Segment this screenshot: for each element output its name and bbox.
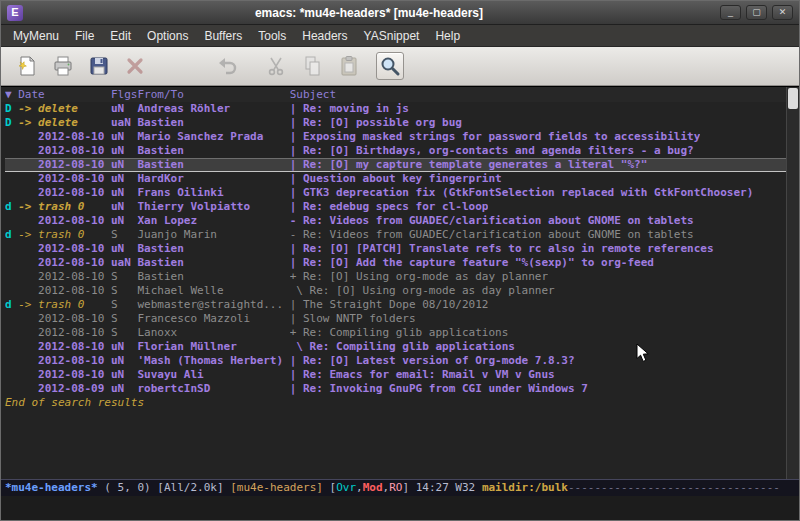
- message-flags: uN: [111, 130, 137, 144]
- message-subject: | Re: Invoking GnuPG from CGI under Wind…: [290, 382, 588, 396]
- menu-item-buffers[interactable]: Buffers: [196, 25, 250, 47]
- message-subject: | Re: [O] Latest version of Org-mode 7.8…: [290, 354, 575, 368]
- maximize-button[interactable]: ▢: [746, 5, 767, 20]
- mark-char: d: [5, 298, 18, 312]
- mark-char: D: [5, 116, 18, 130]
- new-file-icon[interactable]: [13, 52, 41, 80]
- column-header-subject[interactable]: Subject: [290, 87, 336, 102]
- message-from: Florian Müllner: [137, 340, 289, 354]
- column-header-date[interactable]: ▼ Date: [5, 87, 111, 102]
- column-header-flags[interactable]: Flgs: [111, 87, 137, 102]
- message-flags: S: [111, 284, 137, 298]
- menu-bar: MyMenuFileEditOptionsBuffersToolsHeaders…: [1, 25, 799, 47]
- message-row[interactable]: 2012-08-10SFrancesco Mazzoli| Slow NNTP …: [5, 312, 799, 326]
- message-list: D-> deleteuNAndreas Röhler| Re: moving i…: [1, 102, 799, 396]
- message-from: Xan Lopez: [137, 214, 289, 228]
- message-row[interactable]: 2012-08-10uNBastien| Re: [O] [PATCH] Tra…: [5, 242, 799, 256]
- message-flags: uN: [111, 186, 137, 200]
- message-date: 2012-08-10: [18, 158, 111, 172]
- emacs-icon: E: [7, 5, 23, 21]
- message-row[interactable]: 2012-08-10uNHardKor| Question about key …: [5, 172, 799, 186]
- menu-item-help[interactable]: Help: [427, 25, 468, 47]
- save-icon[interactable]: [85, 52, 113, 80]
- message-row[interactable]: 2012-08-10uNBastien| Re: [O] my capture …: [5, 158, 799, 172]
- message-subject: \ Re: Compiling glib applications: [290, 340, 515, 354]
- message-subject: | Re: moving in js: [290, 102, 409, 116]
- emacs-window: E emacs: *mu4e-headers* [mu4e-headers] _…: [0, 0, 800, 521]
- message-subject: | GTK3 deprecation fix (GtkFontSelection…: [290, 186, 754, 200]
- message-row[interactable]: 2012-08-10uNFrans Oilinki| GTK3 deprecat…: [5, 186, 799, 200]
- message-row[interactable]: 2012-08-10uNBastien| Re: [O] Birthdays, …: [5, 144, 799, 158]
- message-row[interactable]: 2012-08-10SLanoxx+ Re: Compiling glib ap…: [5, 326, 799, 340]
- scrollbar-thumb[interactable]: [788, 88, 798, 109]
- mark-action: -> trash 0: [18, 228, 111, 242]
- message-from: Frans Oilinki: [137, 186, 289, 200]
- message-row[interactable]: D-> deleteuNAndreas Röhler| Re: moving i…: [5, 102, 799, 116]
- mark-char: d: [5, 200, 18, 214]
- minibuffer[interactable]: [1, 496, 799, 520]
- message-row[interactable]: 2012-08-10uNXan Lopez- Re: Videos from G…: [5, 214, 799, 228]
- menu-item-tools[interactable]: Tools: [250, 25, 294, 47]
- message-flags: uN: [111, 144, 137, 158]
- window-title: emacs: *mu4e-headers* [mu4e-headers]: [23, 6, 715, 20]
- message-flags: uN: [111, 172, 137, 186]
- modeline-modified-flag: Mod: [363, 481, 383, 494]
- modeline-maildir: maildir:/bulk: [482, 481, 568, 494]
- message-date: 2012-08-10: [18, 340, 111, 354]
- message-date: 2012-08-10: [18, 270, 111, 284]
- undo-icon[interactable]: [213, 52, 241, 80]
- column-header-from[interactable]: From/To: [137, 87, 289, 102]
- mouse-cursor: [636, 343, 650, 363]
- message-subject: | Re: [O] possible org bug: [290, 116, 462, 130]
- message-row[interactable]: 2012-08-10uN'Mash (Thomas Herbert)| Re: …: [5, 354, 799, 368]
- close-buffer-icon[interactable]: [121, 52, 149, 80]
- message-from: Bastien: [137, 144, 289, 158]
- mark-action: -> trash 0: [18, 200, 111, 214]
- message-subject: | The Straight Dope 08/10/2012: [290, 298, 489, 312]
- message-flags: uN: [111, 340, 137, 354]
- message-from: Michael Welle: [137, 284, 289, 298]
- message-row[interactable]: 2012-08-10SBastien+ Re: [O] Using org-mo…: [5, 270, 799, 284]
- menu-item-options[interactable]: Options: [139, 25, 196, 47]
- modeline-buffer-name: *mu4e-headers*: [5, 481, 98, 494]
- message-subject: | Re: Emacs for email: Rmail v VM v Gnus: [290, 368, 555, 382]
- search-icon[interactable]: [376, 52, 404, 80]
- close-button[interactable]: ✕: [772, 5, 793, 20]
- menu-item-headers[interactable]: Headers: [294, 25, 355, 47]
- message-row[interactable]: 2012-08-09uNrobertcInSD| Re: Invoking Gn…: [5, 382, 799, 396]
- message-from: Bastien: [137, 116, 289, 130]
- menu-item-edit[interactable]: Edit: [102, 25, 139, 47]
- scrollbar[interactable]: [786, 87, 799, 479]
- message-subject: | Question about key fingerprint: [290, 172, 502, 186]
- menu-item-file[interactable]: File: [67, 25, 102, 47]
- message-row[interactable]: 2012-08-10SMichael Welle \ Re: [O] Using…: [5, 284, 799, 298]
- message-row[interactable]: 2012-08-10uNFlorian Müllner \ Re: Compil…: [5, 340, 799, 354]
- message-subject: | Re: [O] Birthdays, org-contacts and ag…: [290, 144, 694, 158]
- message-row[interactable]: d-> trash 0uNThierry Volpiatto| Re: edeb…: [5, 200, 799, 214]
- modeline-comma: ,: [356, 481, 363, 494]
- menu-item-mymenu[interactable]: MyMenu: [5, 25, 67, 47]
- print-icon[interactable]: [49, 52, 77, 80]
- message-row[interactable]: 2012-08-10uNSuvayu Ali| Re: Emacs for em…: [5, 368, 799, 382]
- message-row[interactable]: D-> deleteuaNBastien| Re: [O] possible o…: [5, 116, 799, 130]
- message-subject: - Re: Videos from GUADEC/clarification a…: [290, 214, 694, 228]
- menu-item-yasnippet[interactable]: YASnippet: [356, 25, 428, 47]
- message-row[interactable]: d-> trash 0Swebmaster@straightd...| The …: [5, 298, 799, 312]
- message-from: Bastien: [137, 256, 289, 270]
- message-flags: uN: [111, 242, 137, 256]
- mode-line[interactable]: *mu4e-headers* ( 5, 0) [All/2.0k] [mu4e-…: [1, 479, 799, 496]
- message-row[interactable]: 2012-08-10uaNBastien| Re: [O] Add the ca…: [5, 256, 799, 270]
- title-bar[interactable]: E emacs: *mu4e-headers* [mu4e-headers] _…: [1, 1, 799, 25]
- message-flags: uN: [111, 354, 137, 368]
- message-date: 2012-08-10: [18, 326, 111, 340]
- modeline-major-mode[interactable]: [mu4e-headers]: [230, 481, 323, 494]
- minimize-button[interactable]: _: [720, 5, 741, 20]
- cut-icon[interactable]: [263, 52, 291, 80]
- copy-icon[interactable]: [299, 52, 327, 80]
- message-flags: uN: [111, 214, 137, 228]
- mark-action: -> delete: [18, 116, 111, 130]
- message-row[interactable]: d-> trash 0SJuanjo Marin- Re: Videos fro…: [5, 228, 799, 242]
- message-row[interactable]: 2012-08-10uNMario Sanchez Prada| Exposin…: [5, 130, 799, 144]
- message-flags: uN: [111, 200, 137, 214]
- paste-icon[interactable]: [335, 52, 363, 80]
